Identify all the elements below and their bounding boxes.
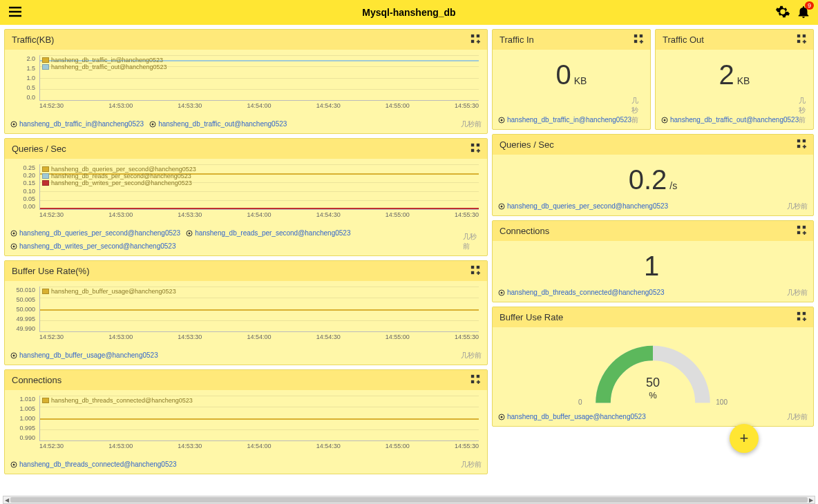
panel-queries-chart: Queries / Sec 0.250.200.150.100.050.00 h…: [4, 138, 488, 256]
svg-point-50: [501, 416, 503, 418]
timestamp: 几秒前: [461, 119, 482, 129]
panel-menu-icon[interactable]: [470, 374, 480, 386]
svg-rect-9: [471, 149, 474, 152]
svg-rect-23: [471, 380, 474, 383]
svg-rect-26: [634, 35, 637, 37]
panel-title: Queries / Sec: [500, 139, 554, 150]
dashboard: Traffic(KB) 2.01.51.00.50.0 hansheng_db_…: [0, 25, 818, 478]
metric-link[interactable]: hansheng_db_traffic_out@hancheng0523: [661, 116, 799, 124]
metric-link[interactable]: hansheng_db_buffer_usage@hancheng0523: [10, 351, 158, 359]
svg-rect-32: [803, 35, 806, 37]
panel-title: Connections: [12, 375, 61, 385]
plus-icon: +: [740, 429, 749, 447]
svg-rect-38: [797, 145, 800, 148]
timestamp: 几秒前: [461, 351, 482, 360]
panel-menu-icon[interactable]: [797, 139, 806, 151]
svg-rect-2: [471, 40, 474, 43]
metric-link[interactable]: hansheng_db_queries_per_second@hancheng0…: [10, 229, 180, 237]
metric-link[interactable]: hansheng_db_writes_per_second@hancheng05…: [10, 242, 175, 250]
panel-menu-icon[interactable]: [634, 34, 643, 46]
panel-menu-icon[interactable]: [470, 34, 480, 46]
connections-chart[interactable]: 1.0101.0051.0000.9950.990 hansheng_db_th…: [10, 396, 482, 451]
panel-traffic-in: Traffic In 0KB hansheng_db_traffic_in@ha…: [492, 29, 651, 130]
panel-buffer-gauge: Buffer Use Rate 50% 0100 hansheng_db_buf…: [492, 307, 814, 427]
gauge-max: 100: [716, 398, 727, 406]
x-axis: 14:52:3014:53:0014:53:3014:54:0014:54:30…: [39, 211, 479, 220]
metric-link[interactable]: hansheng_db_threads_connected@hancheng05…: [10, 461, 177, 468]
metric-value: 2KB: [661, 52, 808, 90]
metric-value: 0KB: [498, 52, 645, 90]
panel-title: Queries / Sec: [12, 144, 66, 154]
panel-menu-icon[interactable]: [470, 265, 480, 277]
svg-rect-47: [803, 312, 806, 315]
x-axis: 14:52:3014:53:0014:53:3014:54:0014:54:30…: [39, 102, 479, 110]
timestamp: 几秒前: [799, 96, 808, 125]
svg-rect-31: [797, 35, 800, 37]
panel-menu-icon[interactable]: [470, 143, 480, 155]
queries-chart[interactable]: 0.250.200.150.100.050.00 hansheng_db_que…: [10, 164, 482, 220]
panel-menu-icon[interactable]: [797, 311, 806, 323]
metric-link[interactable]: hansheng_db_reads_per_second@hancheng052…: [186, 229, 350, 237]
metric-link[interactable]: hansheng_db_queries_per_second@hancheng0…: [498, 202, 668, 210]
metric-link[interactable]: hansheng_db_buffer_usage@hancheng0523: [498, 413, 646, 420]
timestamp: 几秒前: [631, 96, 645, 125]
svg-rect-41: [797, 226, 800, 229]
y-axis: 2.01.51.00.50.0: [10, 55, 38, 101]
metric-link[interactable]: hansheng_db_traffic_in@hancheng0523: [498, 116, 631, 124]
notification-badge: 9: [805, 1, 814, 10]
chart-legend: hansheng_db_threads_connected@hancheng05…: [42, 397, 193, 404]
svg-rect-8: [477, 144, 479, 146]
metric-link[interactable]: hansheng_db_traffic_in@hancheng0523: [10, 120, 144, 128]
svg-rect-46: [797, 312, 800, 315]
metric-link[interactable]: hansheng_db_threads_connected@hancheng05…: [498, 289, 665, 296]
y-axis: 1.0101.0051.0000.9950.990: [10, 396, 38, 441]
panel-title: Traffic(KB): [12, 35, 54, 45]
buffer-chart[interactable]: 50.01050.00550.00049.99549.990 hansheng_…: [10, 287, 482, 342]
notifications-icon[interactable]: 9: [796, 4, 811, 21]
chart-legend: hansheng_db_traffic_in@hancheng0523hansh…: [42, 57, 167, 70]
svg-rect-42: [803, 226, 806, 229]
app-header: Mysql-hansheng_db 9: [0, 0, 818, 25]
svg-point-40: [501, 205, 503, 207]
y-axis: 0.250.200.150.100.050.00: [10, 164, 38, 210]
target-icon: [10, 230, 17, 237]
target-icon: [10, 461, 17, 468]
svg-point-45: [501, 291, 503, 293]
panel-title: Traffic Out: [663, 35, 704, 45]
menu-icon[interactable]: [7, 3, 23, 22]
svg-rect-33: [797, 40, 800, 43]
svg-point-13: [189, 232, 191, 234]
panel-title: Buffer Use Rate: [500, 312, 563, 322]
svg-rect-28: [634, 40, 637, 43]
svg-point-30: [501, 119, 503, 121]
timestamp: 几秒前: [463, 232, 482, 251]
svg-rect-0: [471, 35, 474, 37]
metric-link[interactable]: hansheng_db_traffic_out@hancheng0523: [149, 120, 287, 128]
svg-point-20: [13, 354, 15, 356]
timestamp: 几秒前: [787, 412, 808, 422]
panel-menu-icon[interactable]: [797, 34, 806, 46]
svg-rect-48: [797, 318, 800, 320]
svg-rect-37: [803, 139, 806, 142]
metric-value: 0.2/s: [498, 157, 808, 195]
add-button[interactable]: +: [730, 424, 759, 453]
panel-buffer-chart: Buffer Use Rate(%) 50.01050.00550.00049.…: [4, 260, 488, 365]
settings-icon[interactable]: [775, 4, 790, 21]
gauge-min: 0: [578, 398, 582, 406]
svg-rect-7: [471, 144, 474, 146]
panel-traffic-out: Traffic Out 2KB hansheng_db_traffic_out@…: [655, 29, 814, 130]
target-icon: [498, 414, 505, 420]
x-axis: 14:52:3014:53:0014:53:3014:54:0014:54:30…: [39, 333, 479, 342]
panel-menu-icon[interactable]: [797, 225, 806, 237]
svg-rect-18: [471, 271, 474, 274]
target-icon: [661, 117, 668, 124]
target-icon: [10, 121, 17, 128]
target-icon: [149, 121, 156, 128]
target-icon: [498, 117, 505, 124]
x-axis: 14:52:3014:53:0014:53:3014:54:0014:54:30…: [39, 443, 479, 451]
panel-traffic-chart: Traffic(KB) 2.01.51.00.50.0 hansheng_db_…: [4, 29, 488, 134]
svg-rect-1: [477, 35, 479, 37]
target-icon: [10, 352, 17, 359]
panel-title: Traffic In: [500, 35, 534, 45]
traffic-chart[interactable]: 2.01.51.00.50.0 hansheng_db_traffic_in@h…: [10, 55, 482, 110]
